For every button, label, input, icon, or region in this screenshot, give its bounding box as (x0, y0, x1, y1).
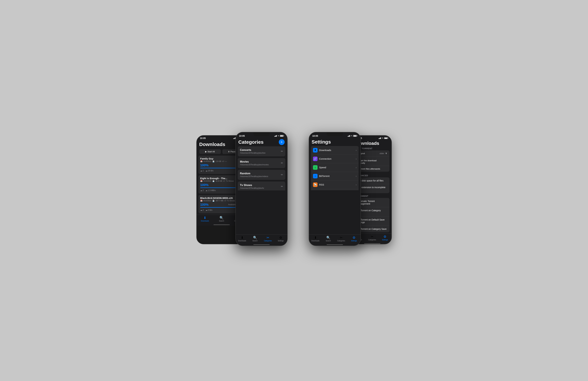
settings-item-rss[interactable]: 📡 RSS › (311, 180, 358, 189)
categories-tab-icon-cat: ✂ (267, 236, 269, 240)
status-icons-right: ∿ (378, 137, 388, 139)
category-info: Concerts /Volumes/20TeraBoy/plex/live (240, 149, 266, 154)
settings-header: Settings (309, 138, 360, 146)
downloads-tab-label: Downloads (201, 220, 209, 222)
time-settings: 10:05 (312, 135, 318, 137)
settings-item-bittorrent[interactable]: ↕ BitTorrent › (311, 172, 358, 180)
downloads-settings-icon: ⬇ (313, 148, 317, 153)
category-list: Concerts /Volumes/20TeraBoy/plex/live ✏ … (236, 146, 287, 190)
edit-icon-concerts[interactable]: ✏ (281, 150, 283, 153)
time-categories: 10:05 (239, 135, 245, 137)
battery-icon-right (384, 137, 388, 139)
downloads-title-left: Downloads (199, 141, 225, 147)
chevron-icon: › (356, 166, 357, 169)
settings-tab-icon-cat: ⚙ (279, 236, 282, 240)
settings-list: ⬇ Downloads › 🔗 Connection › ↕ Speed (309, 146, 360, 190)
settings-item-speed[interactable]: ↕ Speed › (311, 163, 358, 172)
signal-icon-right (378, 137, 381, 139)
downloads-tab-label-set: Downloads (311, 240, 319, 242)
battery-icon-set (353, 135, 357, 137)
connection-settings-icon: 🔗 (313, 157, 317, 161)
phone-categories: 10:05 ∿ (235, 132, 288, 246)
category-info: Tv Shows /Volumes/20TeraBoy/plex/tv (240, 184, 264, 189)
home-indicator-right (364, 243, 380, 244)
rss-settings-icon: 📡 (313, 182, 317, 187)
settings-group: ⬇ Downloads › 🔗 Connection › ↕ Speed (311, 146, 358, 190)
edit-icon-movies[interactable]: ✏ (281, 161, 283, 164)
speed-settings-icon: ↕ (313, 165, 317, 170)
tab-settings-cat[interactable]: ⚙ Settings (274, 236, 287, 242)
settings-tab-icon-right: ⚙ (383, 235, 386, 239)
tab-downloads-set[interactable]: ⬇ Downloads (309, 236, 322, 242)
tab-categories-set[interactable]: ✂ Categories (335, 236, 348, 242)
downloads-tab-icon-cat: ⬇ (241, 236, 244, 240)
status-icons-settings: ∿ (348, 135, 357, 137)
settings-title: Settings (312, 139, 331, 144)
tab-settings-right[interactable]: ⚙ Settings (378, 235, 391, 241)
category-item-random[interactable]: Random /Volumes/20TeraBoy/plex/videos ✏ (238, 170, 285, 180)
chevron-icon: › (356, 183, 357, 186)
tab-search-cat[interactable]: 🔍 Search (249, 236, 262, 242)
tab-settings-set[interactable]: ⚙ Settings (348, 236, 360, 242)
downloads-tab-icon: ⬇ (204, 216, 206, 220)
search-tab-icon-set: 🔍 (326, 236, 330, 240)
tab-bar-settings: ⬇ Downloads 🔍 Search ✂ Categories ⚙ Sett… (309, 235, 360, 244)
wifi-icon-cat: ∿ (278, 135, 279, 137)
chevron-icon: › (356, 158, 357, 160)
settings-tab-label-right: Settings (382, 239, 388, 241)
categories-header: Categories + (236, 138, 287, 146)
search-tab-label: Search (219, 220, 224, 222)
chevron-icon: › (356, 175, 357, 177)
categories-tab-icon-right: ✂ (371, 235, 374, 239)
settings-tab-label-cat: Settings (278, 240, 284, 242)
settings-item-downloads[interactable]: ⬇ Downloads › (311, 146, 358, 155)
edit-icon-random[interactable]: ✏ (281, 173, 283, 176)
categories-tab-icon-set: ✂ (340, 236, 343, 240)
notch-settings (327, 132, 343, 136)
downloads-tab-label-cat: Downloads (238, 240, 246, 242)
battery-icon-cat (280, 135, 284, 137)
categories-tab-label-right: Categories (368, 239, 376, 241)
settings-tab-icon-set: ⚙ (353, 236, 356, 240)
tab-bar-categories: ⬇ Downloads 🔍 Search ✂ Categories ⚙ Sett… (236, 235, 287, 244)
categories-tab-label-set: Categories (337, 240, 345, 242)
downloads-tab-icon-set: ⬇ (314, 236, 317, 240)
bittorrent-settings-icon: ↕ (313, 174, 317, 178)
tab-categories-cat[interactable]: ✂ Categories (262, 236, 274, 242)
status-icons-categories: ∿ (274, 135, 284, 137)
signal-icon-set (348, 135, 350, 137)
category-item-tvshows[interactable]: Tv Shows /Volumes/20TeraBoy/plex/tv ✏ (238, 181, 285, 190)
home-indicator (213, 224, 230, 225)
category-item-movies[interactable]: Movies /Volumes/20TeraBoy/plex/movies ✏ (238, 158, 285, 168)
settings-item-connection[interactable]: 🔗 Connection › (311, 155, 358, 163)
settings-item-webui[interactable]: 🎀 Web UI › (311, 189, 358, 190)
dropdown-icon: ▼ (385, 152, 388, 155)
wifi-icon-right: ∿ (382, 137, 383, 139)
add-category-button[interactable]: + (279, 139, 285, 145)
phone-settings: 10:05 ∿ (309, 132, 361, 246)
settings-tab-label-set: Settings (351, 240, 357, 242)
signal-icon-cat (274, 135, 277, 137)
tab-search-set[interactable]: 🔍 Search (322, 236, 335, 242)
home-indicator-cat (253, 244, 270, 245)
category-item-concerts[interactable]: Concerts /Volumes/20TeraBoy/plex/live ✏ (238, 146, 285, 156)
start-all-button[interactable]: ▶ Start All (199, 149, 221, 154)
search-tab-label-set: Search (326, 240, 331, 242)
search-tab-icon-cat: 🔍 (253, 236, 257, 240)
wifi-icon-set: ∿ (351, 135, 352, 137)
tab-search[interactable]: 🔍 Search (213, 216, 230, 222)
categories-tab-label-cat: Categories (264, 240, 272, 242)
search-tab-icon: 🔍 (219, 216, 224, 220)
category-info: Random /Volumes/20TeraBoy/plex/videos (240, 172, 268, 178)
categories-title: Categories (238, 139, 264, 145)
tab-downloads[interactable]: ⬇ Downloads (197, 216, 213, 222)
tab-categories-right[interactable]: ✂ Categories (366, 235, 378, 241)
time-left: 10:05 (200, 137, 206, 140)
chevron-icon: › (356, 149, 357, 152)
tab-downloads-cat[interactable]: ⬇ Downloads (236, 236, 249, 242)
notch-categories (253, 132, 270, 136)
edit-icon-tvshows[interactable]: ✏ (281, 185, 283, 188)
home-indicator-set (327, 244, 343, 245)
search-tab-label-cat: Search (252, 240, 258, 242)
signal-icon (233, 137, 236, 139)
